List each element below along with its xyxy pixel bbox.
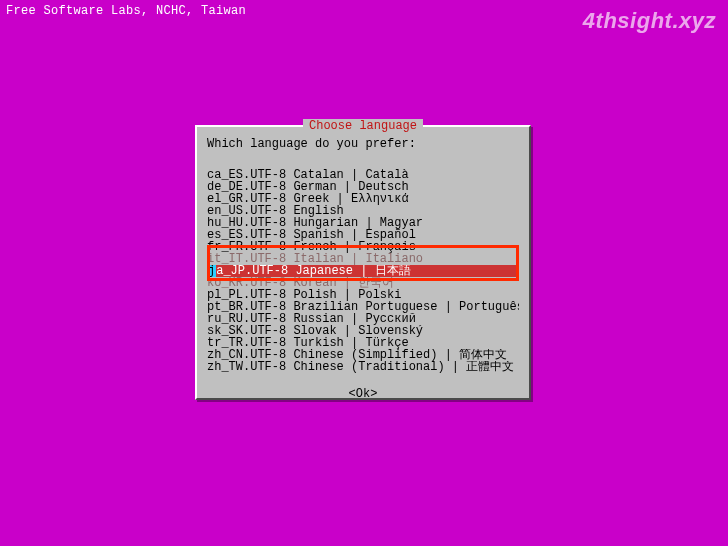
language-option[interactable]: zh_CN.UTF-8 Chinese (Simplified) | 简体中文 xyxy=(207,349,519,361)
language-option-label: it_IT.UTF-8 Italian | Italiano xyxy=(207,253,423,265)
language-option-label: zh_TW.UTF-8 Chinese (Traditional) | 正體中文… xyxy=(207,361,519,373)
language-option[interactable]: ko_KR.UTF-8 Korean | 한국어 xyxy=(207,277,519,289)
language-option-label: ko_KR.UTF-8 Korean | 한국어 xyxy=(207,277,394,289)
language-dialog: Choose language Which language do you pr… xyxy=(195,125,531,400)
language-option[interactable]: zh_TW.UTF-8 Chinese (Traditional) | 正體中文… xyxy=(207,361,519,373)
language-option[interactable]: ja_JP.UTF-8 Japanese | 日本語 xyxy=(207,265,519,277)
language-option[interactable]: tr_TR.UTF-8 Turkish | Türkçe xyxy=(207,337,519,349)
language-list[interactable]: ca_ES.UTF-8 Catalan | Catalàde_DE.UTF-8 … xyxy=(197,169,529,373)
dialog-title: Choose language xyxy=(303,119,423,133)
language-option[interactable]: de_DE.UTF-8 German | Deutsch xyxy=(207,181,519,193)
language-option-label: zh_CN.UTF-8 Chinese (Simplified) | 简体中文 xyxy=(207,349,507,361)
language-option-label: hu_HU.UTF-8 Hungarian | Magyar xyxy=(207,217,423,229)
language-option-label: el_GR.UTF-8 Greek | Ελληνικά xyxy=(207,193,409,205)
language-option-label: fr_FR.UTF-8 French | Français xyxy=(207,241,416,253)
spacer xyxy=(197,157,529,169)
language-option[interactable]: it_IT.UTF-8 Italian | Italiano xyxy=(207,253,519,265)
language-option-label: pt_BR.UTF-8 Brazilian Portuguese | Portu… xyxy=(207,301,519,313)
ok-button[interactable]: <Ok> xyxy=(197,387,529,401)
watermark: 4thsight.xyz xyxy=(583,8,716,34)
language-option-label: ru_RU.UTF-8 Russian | Русский xyxy=(207,313,416,325)
language-option-label: sk_SK.UTF-8 Slovak | Slovenský xyxy=(207,325,423,337)
cursor-icon: j xyxy=(207,265,216,277)
language-option[interactable]: el_GR.UTF-8 Greek | Ελληνικά xyxy=(207,193,519,205)
language-option[interactable]: hu_HU.UTF-8 Hungarian | Magyar xyxy=(207,217,519,229)
language-option-label: pl_PL.UTF-8 Polish | Polski xyxy=(207,289,401,301)
language-option-label: en_US.UTF-8 English xyxy=(207,205,344,217)
language-option-label: de_DE.UTF-8 German | Deutsch xyxy=(207,181,409,193)
language-option[interactable]: ca_ES.UTF-8 Catalan | Català xyxy=(207,169,519,181)
language-option[interactable]: es_ES.UTF-8 Spanish | Español xyxy=(207,229,519,241)
language-option[interactable]: fr_FR.UTF-8 French | Français xyxy=(207,241,519,253)
language-option[interactable]: pt_BR.UTF-8 Brazilian Portuguese | Portu… xyxy=(207,301,519,313)
language-option[interactable]: en_US.UTF-8 English xyxy=(207,205,519,217)
language-option-label: es_ES.UTF-8 Spanish | Español xyxy=(207,229,416,241)
language-option[interactable]: ru_RU.UTF-8 Russian | Русский xyxy=(207,313,519,325)
language-option-label: a_JP.UTF-8 Japanese | 日本語 xyxy=(216,265,410,277)
header-text: Free Software Labs, NCHC, Taiwan xyxy=(6,4,246,18)
language-option-label: tr_TR.UTF-8 Turkish | Türkçe xyxy=(207,337,409,349)
language-option[interactable]: pl_PL.UTF-8 Polish | Polski xyxy=(207,289,519,301)
language-option-label: ca_ES.UTF-8 Catalan | Català xyxy=(207,169,409,181)
language-option[interactable]: sk_SK.UTF-8 Slovak | Slovenský xyxy=(207,325,519,337)
